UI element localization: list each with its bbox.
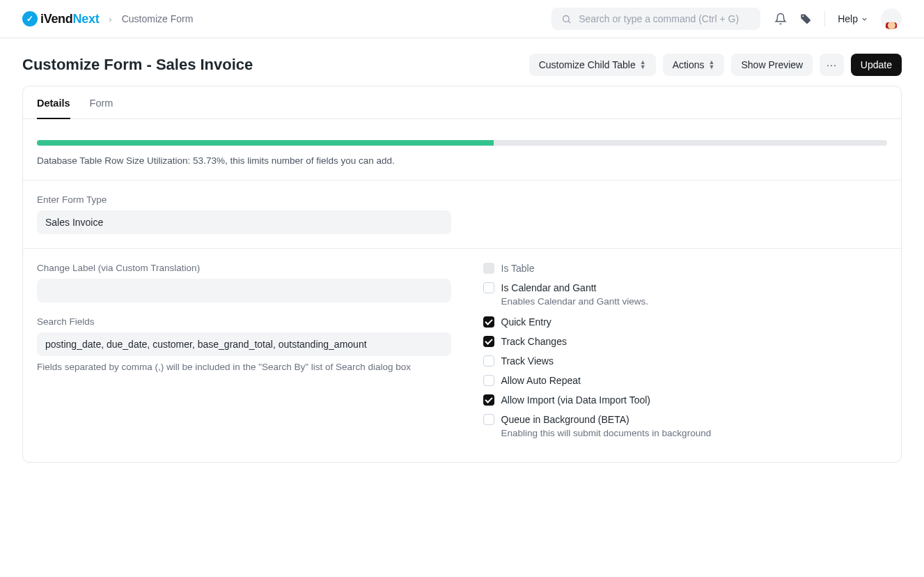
ellipsis-icon: ···: [827, 59, 837, 70]
show-preview-button[interactable]: Show Preview: [731, 54, 813, 76]
progress-section: Database Table Row Size Utilization: 53.…: [23, 119, 901, 180]
checkbox-quick-entry[interactable]: [483, 316, 494, 328]
svg-point-0: [563, 15, 570, 22]
checkbox-quick-entry-label: Quick Entry: [501, 316, 551, 328]
checkbox-allow-import-label: Allow Import (via Data Import Tool): [501, 394, 650, 406]
left-column: Change Label (via Custom Translation) Se…: [37, 263, 462, 448]
check-is-table[interactable]: Is Table: [483, 263, 902, 274]
check-quick-entry[interactable]: Quick Entry: [483, 316, 902, 328]
logo-text-ivend: iVend: [40, 12, 73, 26]
breadcrumb-current[interactable]: Customize Form: [122, 13, 194, 24]
show-preview-label: Show Preview: [741, 59, 803, 70]
search-fields-field: Search Fields Fields separated by comma …: [37, 316, 462, 372]
check-track-changes[interactable]: Track Changes: [483, 336, 902, 347]
help-label: Help: [838, 13, 858, 24]
logo[interactable]: ✓ iVendNext: [22, 11, 99, 26]
logo-icon: ✓: [22, 11, 38, 26]
tab-form[interactable]: Form: [90, 98, 113, 118]
more-menu-button[interactable]: ···: [820, 54, 844, 76]
update-button[interactable]: Update: [851, 54, 902, 76]
search-fields-input[interactable]: [37, 332, 451, 356]
topbar-divider: [824, 11, 825, 26]
search-fields-help: Fields separated by comma (,) will be in…: [37, 362, 462, 372]
checkbox-is-table[interactable]: [483, 263, 494, 274]
tabs: Details Form: [23, 86, 901, 119]
row-size-progress-text: Database Table Row Size Utilization: 53.…: [37, 155, 887, 166]
change-label-input[interactable]: [37, 279, 451, 302]
customize-child-label: Customize Child Table: [539, 59, 636, 70]
search-input[interactable]: Search or type a command (Ctrl + G): [551, 8, 760, 30]
checkbox-track-views[interactable]: [483, 355, 494, 367]
row-size-progress-fill: [37, 140, 494, 146]
chevron-down-icon: [861, 15, 868, 23]
tag-icon[interactable]: [799, 13, 812, 25]
right-column: Is Table Is Calendar and Gantt Enables C…: [483, 263, 902, 448]
form-type-label: Enter Form Type: [37, 194, 887, 205]
change-label-label: Change Label (via Custom Translation): [37, 263, 462, 273]
tab-details[interactable]: Details: [37, 98, 70, 118]
search-icon: [561, 14, 572, 24]
svg-point-2: [802, 15, 804, 17]
form-type-input[interactable]: [37, 210, 451, 234]
topbar: ✓ iVendNext › Customize Form Search or t…: [0, 0, 924, 38]
actions-label: Actions: [673, 59, 705, 70]
checkbox-allow-auto-repeat-label: Allow Auto Repeat: [501, 375, 581, 386]
search-fields-label: Search Fields: [37, 316, 462, 327]
check-queue-bg[interactable]: Queue in Background (BETA): [483, 414, 902, 425]
checkbox-queue-bg[interactable]: [483, 414, 494, 425]
notifications-icon[interactable]: [774, 13, 787, 25]
search-placeholder: Search or type a command (Ctrl + G): [579, 13, 739, 24]
breadcrumb-separator: ›: [109, 14, 111, 24]
checkbox-is-calendar-help: Enables Calendar and Gantt views.: [501, 296, 902, 307]
select-icon: ▲▼: [709, 60, 715, 70]
checkbox-allow-auto-repeat[interactable]: [483, 375, 494, 386]
form-card: Details Form Database Table Row Size Uti…: [22, 86, 902, 463]
update-label: Update: [861, 59, 892, 70]
check-allow-import[interactable]: Allow Import (via Data Import Tool): [483, 394, 902, 406]
page-header: Customize Form - Sales Invoice Customize…: [0, 38, 924, 86]
checkbox-queue-bg-label: Queue in Background (BETA): [501, 414, 629, 425]
svg-line-1: [569, 21, 571, 23]
logo-text-next: Next: [73, 12, 100, 26]
select-icon: ▲▼: [640, 60, 646, 70]
check-is-calendar[interactable]: Is Calendar and Gantt: [483, 282, 902, 293]
details-two-col: Change Label (via Custom Translation) Se…: [23, 249, 901, 462]
checkbox-allow-import[interactable]: [483, 394, 494, 406]
page-actions: Customize Child Table ▲▼ Actions ▲▼ Show…: [529, 54, 902, 76]
form-type-section: Enter Form Type: [23, 180, 901, 249]
check-track-views[interactable]: Track Views: [483, 355, 902, 367]
checkbox-is-calendar-label: Is Calendar and Gantt: [501, 282, 597, 293]
avatar[interactable]: [881, 8, 902, 29]
checkbox-queue-bg-help: Enabling this will submit documents in b…: [501, 428, 902, 438]
row-size-progress-bar: [37, 140, 887, 146]
checkbox-track-changes-label: Track Changes: [501, 336, 567, 347]
customize-child-table-button[interactable]: Customize Child Table ▲▼: [529, 54, 656, 76]
help-menu[interactable]: Help: [838, 13, 868, 24]
check-allow-auto-repeat[interactable]: Allow Auto Repeat: [483, 375, 902, 386]
checkbox-is-calendar[interactable]: [483, 282, 494, 293]
checkbox-is-table-label: Is Table: [501, 263, 535, 274]
change-label-field: Change Label (via Custom Translation): [37, 263, 462, 302]
checkbox-track-changes[interactable]: [483, 336, 494, 347]
actions-button[interactable]: Actions ▲▼: [663, 54, 725, 76]
page-title: Customize Form - Sales Invoice: [22, 56, 253, 74]
checkbox-track-views-label: Track Views: [501, 355, 554, 367]
